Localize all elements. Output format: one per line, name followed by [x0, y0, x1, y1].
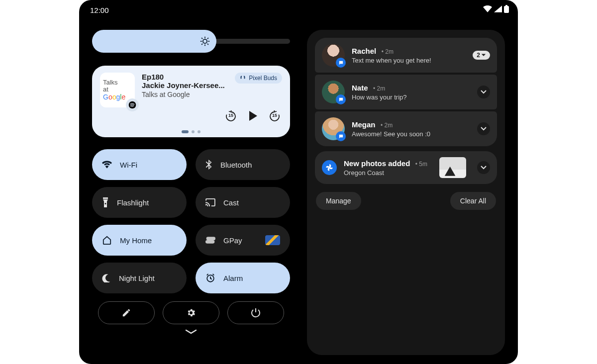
edit-button[interactable] — [98, 301, 155, 324]
notification-item-photos[interactable]: New photos added • 5m Oregon Coast — [315, 151, 497, 184]
svg-rect-0 — [504, 6, 509, 13]
notification-sender: Megan — [352, 120, 376, 129]
skip-back-button[interactable]: 15 — [224, 110, 237, 121]
notification-title: New photos added — [344, 159, 410, 168]
media-player-card[interactable]: Pixel Buds Talks at Google Ep180 Jackie … — [92, 66, 290, 137]
moon-icon — [102, 273, 111, 282]
notification-count-chip[interactable]: 2 — [473, 51, 490, 60]
settings-button[interactable] — [163, 301, 219, 324]
svg-line-7 — [201, 38, 202, 39]
spotify-icon — [126, 98, 139, 111]
notification-body: Oregon Coast — [344, 169, 432, 177]
play-button[interactable] — [248, 111, 257, 121]
expand-button[interactable] — [477, 86, 490, 98]
output-device-chip[interactable]: Pixel Buds — [235, 73, 282, 84]
messages-app-icon — [336, 131, 346, 141]
notification-panel: Rachel • 2m Text me when you get here! 2 — [307, 30, 505, 355]
svg-line-8 — [207, 44, 208, 45]
notification-item[interactable]: Nate • 2m How was your trip? — [315, 75, 497, 109]
notification-body: How was your trip? — [352, 93, 470, 101]
media-pager-dots[interactable] — [182, 130, 200, 133]
tile-alarm[interactable]: Alarm — [196, 263, 290, 293]
qs-tiles: Wi-Fi Bluetooth Flashlight Cast My Home — [92, 149, 290, 293]
alarm-icon — [205, 273, 215, 283]
status-icons — [483, 5, 509, 13]
photo-thumbnail — [439, 157, 466, 178]
flashlight-icon — [102, 197, 109, 207]
earbuds-icon — [240, 75, 246, 81]
tile-home[interactable]: My Home — [92, 225, 187, 256]
media-subtitle: Talks at Google — [142, 91, 281, 98]
cast-icon — [205, 198, 215, 206]
tile-label: GPay — [223, 236, 242, 245]
svg-point-2 — [203, 39, 207, 43]
tile-nightlight[interactable]: Night Light — [92, 263, 187, 293]
avatar — [322, 81, 345, 103]
tile-cast[interactable]: Cast — [196, 187, 290, 218]
notification-body: Text me when you get here! — [352, 57, 466, 64]
tile-wifi[interactable]: Wi-Fi — [92, 149, 187, 180]
photos-app-icon — [322, 160, 337, 175]
tile-label: Alarm — [223, 274, 243, 282]
notification-actions: Manage Clear All — [315, 189, 497, 210]
tile-bluetooth[interactable]: Bluetooth — [196, 149, 290, 180]
notification-age: 2m — [377, 85, 386, 92]
tile-label: Wi-Fi — [120, 161, 137, 169]
notification-item[interactable]: Megan • 2m Awesome! See you soon :0 — [315, 111, 497, 146]
payment-card-thumb — [265, 235, 280, 245]
signal-icon — [494, 5, 502, 12]
power-button[interactable] — [227, 301, 284, 324]
google-logo-text: Google — [103, 93, 132, 101]
clear-all-button[interactable]: Clear All — [450, 192, 496, 210]
status-time: 12:00 — [90, 6, 109, 14]
notification-age: 2m — [385, 48, 394, 55]
expand-button[interactable] — [477, 122, 490, 135]
notification-item[interactable]: Rachel • 2m Text me when you get here! 2 — [315, 38, 497, 73]
tile-label: Bluetooth — [220, 161, 252, 169]
messages-app-icon — [336, 94, 346, 104]
manage-button[interactable]: Manage — [316, 192, 361, 210]
avatar — [322, 44, 345, 67]
messages-group: Rachel • 2m Text me when you get here! 2 — [315, 38, 497, 146]
svg-line-10 — [207, 38, 208, 39]
quick-settings-panel: Pixel Buds Talks at Google Ep180 Jackie … — [92, 30, 290, 355]
notification-age: 2m — [385, 122, 393, 129]
tile-flashlight[interactable]: Flashlight — [92, 187, 187, 218]
qs-footer — [92, 301, 290, 324]
gpay-icon — [205, 237, 215, 244]
wifi-icon — [483, 5, 492, 12]
status-bar: 12:00 — [79, 5, 518, 19]
notification-age: 5m — [419, 161, 427, 168]
tile-label: Cast — [223, 198, 239, 207]
tile-label: My Home — [120, 236, 152, 245]
skip-forward-button[interactable]: 15 — [268, 110, 281, 121]
media-artwork: Talks at Google — [100, 73, 135, 107]
expand-button[interactable] — [477, 161, 490, 174]
avatar — [322, 117, 345, 140]
device-frame: 12:00 — [79, 0, 518, 364]
tile-gpay[interactable]: GPay — [196, 225, 290, 256]
battery-icon — [504, 5, 509, 13]
wifi-icon — [102, 161, 112, 169]
svg-line-9 — [201, 44, 202, 45]
brightness-icon — [199, 36, 210, 47]
home-icon — [102, 236, 112, 245]
notification-sender: Rachel — [352, 47, 376, 55]
messages-app-icon — [336, 58, 346, 68]
tile-label: Night Light — [119, 274, 155, 282]
svg-rect-1 — [505, 5, 507, 6]
expand-qs-icon[interactable] — [185, 328, 198, 335]
notification-body: Awesome! See you soon :0 — [352, 130, 470, 138]
notification-sender: Nate — [352, 84, 368, 92]
brightness-slider[interactable] — [92, 30, 290, 53]
tile-label: Flashlight — [117, 198, 149, 207]
output-device-label: Pixel Buds — [249, 75, 277, 82]
bluetooth-icon — [205, 160, 212, 170]
